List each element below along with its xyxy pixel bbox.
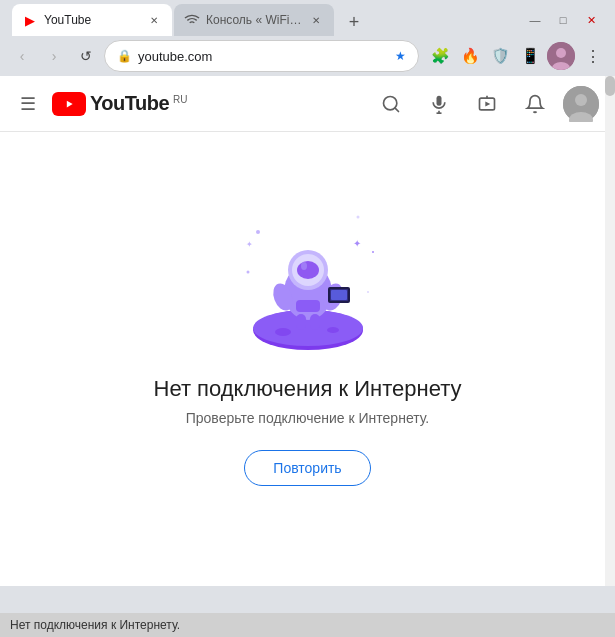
svg-marker-11	[485, 101, 490, 106]
svg-rect-21	[296, 300, 320, 312]
hamburger-menu-button[interactable]: ☰	[16, 89, 40, 119]
profile-avatar[interactable]	[547, 42, 575, 70]
reload-button[interactable]: ↺	[72, 42, 100, 70]
extension-1-icon[interactable]: 🧩	[427, 43, 453, 69]
extension-2-icon[interactable]: 🔥	[457, 43, 483, 69]
youtube-header: ☰ YouTube RU	[0, 76, 615, 132]
offline-illustration: ✦ ✦	[228, 192, 388, 352]
address-text: youtube.com	[138, 49, 389, 64]
svg-rect-32	[310, 314, 320, 330]
youtube-logo-text: YouTube	[90, 92, 169, 115]
scrollbar-thumb[interactable]	[605, 76, 615, 96]
svg-point-2	[556, 48, 566, 58]
offline-content: ✦ ✦ Нет подключения к Интернету Проверьт…	[0, 132, 615, 586]
svg-rect-30	[331, 290, 347, 300]
user-avatar[interactable]	[563, 86, 599, 122]
svg-line-6	[395, 107, 399, 111]
mic-button[interactable]	[419, 84, 459, 124]
create-button[interactable]	[467, 84, 507, 124]
search-button[interactable]	[371, 84, 411, 124]
minimize-button[interactable]: —	[523, 12, 547, 28]
address-security-icon: 🔒	[117, 49, 132, 63]
notifications-button[interactable]	[515, 84, 555, 124]
tab-console-close[interactable]: ✕	[308, 12, 324, 28]
console-favicon	[184, 12, 200, 28]
youtube-logo[interactable]: YouTube RU	[52, 92, 188, 116]
youtube-favicon: ▶	[22, 12, 38, 28]
offline-subtitle: Проверьте подключение к Интернету.	[186, 410, 430, 426]
svg-point-35	[372, 251, 374, 253]
svg-point-33	[256, 230, 260, 234]
svg-point-34	[356, 216, 359, 219]
svg-point-25	[301, 262, 307, 270]
svg-point-36	[246, 271, 249, 274]
youtube-page: ☰ YouTube RU	[0, 76, 615, 586]
extension-3-icon[interactable]: 🛡️	[487, 43, 513, 69]
bookmark-icon[interactable]: ★	[395, 49, 406, 63]
extensions-area: 🧩 🔥 🛡️ 📱 ⋮	[427, 42, 607, 70]
back-button[interactable]: ‹	[8, 42, 36, 70]
retry-button[interactable]: Повторить	[244, 450, 370, 486]
svg-point-18	[275, 328, 291, 336]
svg-point-14	[575, 94, 587, 106]
status-text: Нет подключения к Интернету.	[10, 618, 180, 632]
svg-rect-7	[437, 95, 442, 105]
tab-console[interactable]: Консоль « WiFiGid - ✕	[174, 4, 334, 36]
scrollbar[interactable]	[605, 76, 615, 586]
tab-console-label: Консоль « WiFiGid -	[206, 13, 302, 27]
youtube-logo-suffix: RU	[173, 94, 187, 105]
svg-point-24	[297, 261, 319, 279]
maximize-button[interactable]: □	[551, 12, 575, 28]
extension-4-icon[interactable]: 📱	[517, 43, 543, 69]
tab-youtube-label: YouTube	[44, 13, 140, 27]
svg-point-37	[367, 291, 369, 293]
svg-text:✦: ✦	[246, 240, 253, 249]
new-tab-button[interactable]: +	[340, 8, 368, 36]
address-bar[interactable]: 🔒 youtube.com ★	[104, 40, 419, 72]
offline-title: Нет подключения к Интернету	[154, 376, 462, 402]
tab-youtube[interactable]: ▶ YouTube ✕	[12, 4, 172, 36]
header-icons	[371, 84, 599, 124]
svg-point-19	[327, 327, 339, 333]
svg-text:✦: ✦	[353, 238, 361, 249]
forward-button[interactable]: ›	[40, 42, 68, 70]
svg-rect-31	[296, 314, 306, 330]
close-button[interactable]: ✕	[579, 12, 603, 28]
youtube-logo-icon	[52, 92, 86, 116]
browser-menu-button[interactable]: ⋮	[579, 42, 607, 70]
tab-youtube-close[interactable]: ✕	[146, 12, 162, 28]
status-bar: Нет подключения к Интернету.	[0, 613, 615, 637]
